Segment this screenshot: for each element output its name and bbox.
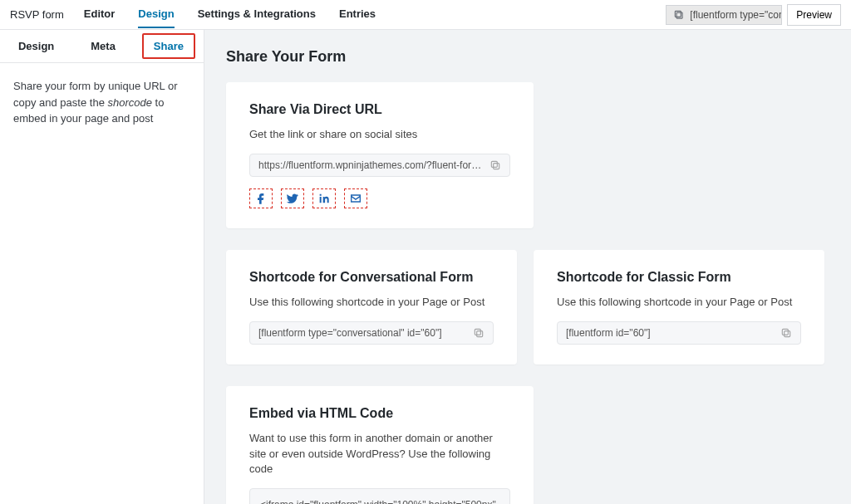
page-title: Share Your Form: [226, 48, 824, 66]
tab-settings[interactable]: Settings & Integrations: [198, 1, 316, 28]
svg-rect-2: [494, 164, 499, 169]
card-direct-url-desc: Get the link or share on social sites: [249, 127, 510, 142]
classic-desc: Use this following shortcode in your Pag…: [557, 295, 801, 310]
copy-icon[interactable]: [489, 159, 501, 171]
svg-rect-3: [491, 162, 497, 168]
right-controls: [fluentform type="conver Preview: [666, 4, 841, 26]
sub-tab-meta[interactable]: Meta: [79, 30, 127, 62]
embed-code-block[interactable]: <iframe id="fluentform" width="100%" hei…: [249, 488, 510, 504]
svg-rect-4: [477, 331, 483, 337]
shortcode-preview-box[interactable]: [fluentform type="conver: [666, 5, 782, 25]
linkedin-icon[interactable]: [312, 188, 336, 208]
form-name: RSVP form: [10, 8, 64, 21]
sub-tabs: Design Meta Share: [0, 30, 204, 63]
preview-button[interactable]: Preview: [787, 4, 841, 26]
shortcode-preview-text: [fluentform type="conver: [690, 9, 782, 21]
card-embed-html: Embed via HTML Code Want to use this for…: [226, 386, 534, 504]
classic-shortcode-value: [fluentform id="60"]: [566, 327, 774, 339]
tab-design[interactable]: Design: [138, 1, 174, 28]
svg-rect-0: [676, 12, 682, 18]
copy-icon[interactable]: [473, 327, 485, 339]
sidebar-description: Share your form by unique URL or copy an…: [0, 63, 204, 142]
email-icon[interactable]: [344, 188, 367, 208]
tab-editor[interactable]: Editor: [84, 1, 116, 28]
svg-rect-5: [475, 330, 480, 335]
card-conversational-shortcode: Shortcode for Conversational Form Use th…: [226, 250, 517, 365]
sidebar-desc-em: shorcode: [107, 96, 151, 109]
sub-tab-share[interactable]: Share: [142, 33, 195, 59]
content: Share Your Form Share Via Direct URL Get…: [204, 30, 851, 504]
conv-shortcode-input[interactable]: [fluentform type="conversational" id="60…: [249, 321, 494, 345]
main-tabs: Editor Design Settings & Integrations En…: [84, 1, 667, 28]
direct-url-value: https://fluentform.wpninjathemes.com/?fl…: [258, 159, 483, 171]
conv-desc: Use this following shortcode in your Pag…: [249, 295, 494, 310]
embed-desc: Want to use this form in another domain …: [249, 431, 510, 477]
conv-title: Shortcode for Conversational Form: [249, 270, 494, 285]
sub-tab-design[interactable]: Design: [7, 30, 66, 62]
sidebar: Design Meta Share Share your form by uni…: [0, 30, 204, 504]
copy-stack-icon: [673, 9, 685, 21]
svg-rect-6: [785, 331, 790, 337]
top-bar: RSVP form Editor Design Settings & Integ…: [0, 0, 851, 30]
twitter-icon[interactable]: [281, 188, 304, 208]
card-direct-url: Share Via Direct URL Get the link or sha…: [226, 82, 534, 228]
svg-rect-7: [782, 330, 788, 335]
card-direct-url-title: Share Via Direct URL: [249, 102, 510, 117]
tab-entries[interactable]: Entries: [339, 1, 376, 28]
card-classic-shortcode: Shortcode for Classic Form Use this foll…: [534, 250, 824, 365]
facebook-icon[interactable]: [249, 188, 273, 208]
classic-shortcode-input[interactable]: [fluentform id="60"]: [557, 321, 801, 345]
embed-title: Embed via HTML Code: [249, 406, 510, 421]
layout: Design Meta Share Share your form by uni…: [0, 30, 851, 504]
conv-shortcode-value: [fluentform type="conversational" id="60…: [258, 327, 466, 339]
copy-icon[interactable]: [780, 327, 792, 339]
svg-rect-1: [676, 11, 681, 17]
social-row: [249, 188, 510, 208]
direct-url-input[interactable]: https://fluentform.wpninjathemes.com/?fl…: [249, 154, 510, 177]
classic-title: Shortcode for Classic Form: [557, 270, 801, 285]
